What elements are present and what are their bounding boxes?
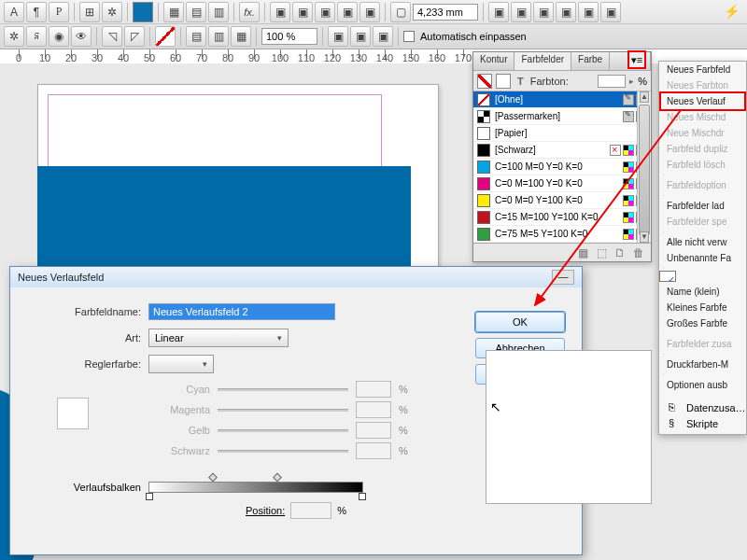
position-field[interactable] — [290, 502, 331, 519]
minimize-button[interactable]: — — [552, 270, 574, 285]
show-all-icon[interactable]: ▦ — [576, 246, 589, 259]
tool-fit3[interactable]: ▣ — [533, 2, 554, 22]
flyout-item[interactable]: Farbfelder lad — [659, 198, 746, 214]
text-color-icon[interactable]: T — [517, 76, 524, 87]
tool-fit1[interactable]: ▣ — [488, 2, 509, 22]
tool-s[interactable]: ន — [26, 26, 47, 47]
midpoint-diamond[interactable] — [273, 473, 282, 483]
measurement-field[interactable]: 4,233 mm — [413, 4, 478, 21]
fill-proxy-icon[interactable] — [477, 74, 492, 89]
ok-button[interactable]: OK — [475, 312, 565, 332]
swatch-row[interactable]: C=75 M=5 Y=100 K=0 — [473, 226, 651, 243]
secondary-panel[interactable] — [486, 350, 652, 504]
autofit-checkbox[interactable] — [403, 31, 415, 42]
new-swatch-icon[interactable]: ⬚ — [595, 246, 608, 259]
tool-opt3[interactable]: ▣ — [373, 26, 393, 47]
trash-icon[interactable]: 🗑 — [632, 246, 645, 259]
tool-struct[interactable]: ⊞ — [79, 2, 100, 22]
tool-wrap2[interactable]: ▣ — [292, 2, 313, 22]
panel-tabs[interactable]: KonturFarbfelderFarbe▸▸ — [473, 52, 651, 71]
panel-tab[interactable]: Kontur — [473, 52, 514, 70]
tool-asterisk[interactable]: ✲ — [102, 2, 122, 22]
gradient-stop-left[interactable] — [146, 493, 153, 500]
tool-fit4[interactable]: ▣ — [556, 2, 576, 22]
stroke-proxy-icon[interactable] — [496, 74, 511, 89]
flyout-item: Farbfelder spe — [659, 214, 746, 230]
tint-field[interactable] — [598, 75, 626, 88]
tool-align2[interactable]: ▥ — [208, 26, 229, 47]
art-select[interactable]: Linear▾ — [148, 329, 289, 347]
tool-net[interactable]: ✲ — [4, 26, 24, 47]
tool-opt1[interactable]: ▣ — [328, 26, 348, 47]
gradient-stop-right[interactable] — [359, 493, 366, 500]
tool-grid3[interactable]: ▥ — [208, 2, 229, 22]
schwarz-label: Schwarz — [158, 445, 210, 456]
panel-tab[interactable]: Farbfelder — [514, 52, 571, 70]
tool-fx[interactable]: fx. — [239, 2, 260, 22]
panel-menu-button[interactable]: ▾≡ — [627, 50, 646, 69]
magenta-value[interactable] — [356, 401, 391, 418]
tool-none[interactable] — [155, 26, 176, 47]
tool-grid1[interactable]: ▦ — [163, 2, 184, 22]
scrollbar[interactable]: ▲ ▼ — [637, 91, 651, 243]
flyout-item[interactable]: Neues Verlauf — [659, 91, 746, 111]
tool-char-p[interactable]: P — [49, 2, 69, 22]
tool-fit2[interactable]: ▣ — [511, 2, 531, 22]
tool-align1[interactable]: ▤ — [186, 26, 206, 47]
flyout-item[interactable]: Optionen ausb — [659, 377, 746, 393]
gelb-slider[interactable] — [218, 429, 348, 432]
tool-corner1[interactable]: ◹ — [102, 26, 122, 47]
swatch-row[interactable]: [Ohne] — [473, 91, 651, 108]
panel-tab[interactable]: Farbe — [571, 52, 610, 70]
swatch-row[interactable]: C=15 M=100 Y=100 K=0 — [473, 209, 651, 226]
tool-para[interactable]: ¶ — [26, 2, 47, 22]
tool-wrap3[interactable]: ▣ — [315, 2, 335, 22]
swatch-row[interactable]: [Papier] — [473, 125, 651, 142]
flyout-item[interactable]: Name — [659, 271, 676, 282]
swatch-row[interactable]: C=100 M=0 Y=0 K=0 — [473, 159, 651, 175]
swatch-row[interactable]: [Schwarz] — [473, 142, 651, 159]
gradient-bar[interactable] — [148, 482, 363, 493]
flyout-item[interactable]: Unbenannte Fa — [659, 250, 746, 266]
gelb-value[interactable] — [356, 422, 391, 439]
tool-align3[interactable]: ▦ — [231, 26, 251, 47]
new-icon[interactable]: 🗋 — [613, 246, 627, 259]
tool-corner2[interactable]: ◸ — [124, 26, 145, 47]
tool-wrap4[interactable]: ▣ — [337, 2, 358, 22]
tool-eye[interactable]: 👁 — [71, 26, 92, 47]
flyout-sub-item[interactable]: §Skripte — [669, 417, 746, 430]
schwarz-slider[interactable] — [218, 450, 348, 453]
tool-wrap1[interactable]: ▣ — [270, 2, 290, 22]
swatch-list[interactable]: [Ohne][Passermarken][Papier][Schwarz]C=1… — [473, 91, 651, 243]
panel-flyout-menu[interactable]: Neues FarbfeldNeues FarbtonNeues Verlauf… — [658, 61, 747, 435]
swatch-row[interactable]: [Passermarken] — [473, 108, 651, 125]
tool-grid2[interactable]: ▤ — [186, 2, 206, 22]
swatch-row[interactable]: C=0 M=100 Y=0 K=0 — [473, 175, 651, 192]
flyout-item[interactable]: Großes Farbfe — [659, 315, 746, 331]
lightning-icon[interactable]: ⚡ — [724, 4, 740, 19]
zoom-field[interactable]: 100 % — [261, 28, 317, 45]
reglerfarbe-select[interactable]: ▾ — [148, 355, 214, 373]
tool-fit6[interactable]: ▣ — [600, 2, 621, 22]
flyout-sub-item[interactable]: ⎘Datenzusa… — [669, 401, 746, 414]
cyan-value[interactable] — [356, 381, 391, 398]
tool-frame[interactable]: ▢ — [390, 2, 411, 22]
flyout-item[interactable]: Alle nicht verw — [659, 234, 746, 250]
tool-wrap5[interactable]: ▣ — [359, 2, 380, 22]
name-field[interactable]: Neues Verlaufsfeld 2 — [148, 303, 335, 320]
flyout-item[interactable]: Druckfarben-M — [659, 357, 746, 372]
tool-fit5[interactable]: ▣ — [578, 2, 599, 22]
midpoint-diamond[interactable] — [208, 473, 218, 483]
flyout-item[interactable]: Neues Farbfeld — [659, 62, 746, 77]
flyout-item[interactable]: Name (klein) — [659, 284, 746, 300]
panel-bottom-controls[interactable]: ▦ ⬚ 🗋 🗑 — [473, 243, 651, 261]
tool-sphere[interactable]: ◉ — [49, 26, 69, 47]
tool-text[interactable]: A — [4, 2, 24, 22]
schwarz-value[interactable] — [356, 442, 391, 459]
swatch-row[interactable]: C=0 M=0 Y=100 K=0 — [473, 192, 651, 209]
magenta-slider[interactable] — [218, 409, 348, 412]
flyout-item[interactable]: Kleines Farbfe — [659, 300, 746, 315]
cyan-slider[interactable] — [218, 388, 348, 391]
tool-opt2[interactable]: ▣ — [350, 26, 371, 47]
fill-swatch[interactable] — [133, 2, 153, 22]
